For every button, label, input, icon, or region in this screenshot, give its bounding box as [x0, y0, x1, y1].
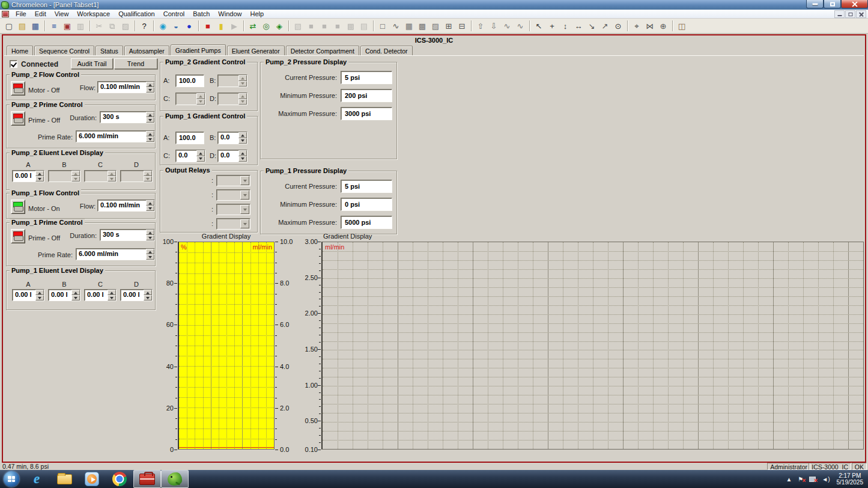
taskbar-clock[interactable]: 2:17 PM 5/19/2025 — [837, 472, 864, 486]
vial-up-icon[interactable]: ⇧ — [475, 20, 487, 32]
panel-grid-icon[interactable]: ▣ — [61, 20, 73, 32]
select-curve-icon[interactable]: ↗ — [599, 20, 611, 32]
peaks-2-icon[interactable]: ∿ — [514, 20, 526, 32]
taskbar-media-player[interactable] — [78, 470, 106, 488]
move-vertical-icon[interactable]: ↕ — [559, 20, 571, 32]
pump2-duration-spinner[interactable]: 300 s — [100, 111, 155, 123]
tab-cond-detector[interactable]: Cond. Detector — [360, 46, 413, 55]
pump1-gradient-c-spinner[interactable]: 0.0 — [175, 150, 205, 162]
mdi-close-button[interactable] — [856, 10, 866, 18]
taskbar-chrome[interactable] — [106, 470, 133, 488]
pump2-flow-spinner[interactable]: 0.100 ml/min — [97, 81, 155, 93]
pump2-motor-button[interactable] — [11, 81, 25, 96]
pump2-gradient-a-field[interactable]: 100.0 — [175, 75, 204, 87]
mdi-restore-button[interactable] — [845, 10, 855, 18]
virtual-channel-icon[interactable]: ◈ — [273, 20, 285, 32]
table-2-icon[interactable]: ⊟ — [456, 20, 468, 32]
pump1-eluent-d-spinner[interactable]: 0.00 l — [120, 289, 153, 301]
connected-checkbox[interactable] — [10, 60, 17, 68]
pump1-eluent-a-spinner[interactable]: 0.00 l — [12, 289, 44, 301]
pump2-eluent-a-spinner[interactable]: 0.00 l — [12, 170, 44, 182]
trend-button[interactable]: Trend — [114, 58, 157, 69]
sequence-list-icon[interactable]: ≡ — [48, 20, 60, 32]
tab-sequence-control[interactable]: Sequence Control — [34, 46, 94, 55]
action-center-flag-icon[interactable]: ⚑× — [798, 476, 803, 483]
menu-file[interactable]: File — [11, 10, 31, 18]
menu-control[interactable]: Control — [159, 10, 189, 18]
pump1-gradient-b-spinner[interactable]: 0.0 — [217, 132, 247, 144]
grid-2-icon[interactable]: ▩ — [416, 20, 428, 32]
pump1-prime-rate-spinner[interactable]: 6.000 ml/min — [76, 248, 155, 260]
pump1-gradient-a-field[interactable]: 100.0 — [175, 132, 204, 144]
spinner-buttons[interactable] — [35, 171, 44, 181]
menu-batch[interactable]: Batch — [189, 10, 214, 18]
pump1-eluent-b-spinner[interactable]: 0.00 l — [48, 289, 80, 301]
pin-icon[interactable]: ⌖ — [631, 20, 643, 32]
menu-window[interactable]: Window — [214, 10, 246, 18]
spinner-buttons[interactable] — [196, 150, 205, 162]
flask-icon[interactable]: ◒ — [170, 20, 182, 32]
open-folder-icon[interactable]: ▤ — [16, 20, 28, 32]
tab-autosampler[interactable]: Autosampler — [124, 46, 169, 55]
menu-help[interactable]: Help — [246, 10, 268, 18]
stop-icon[interactable]: ■ — [202, 20, 214, 32]
move-horizontal-icon[interactable]: ↔ — [572, 20, 584, 32]
show-hidden-icons-button[interactable]: ▲ — [786, 476, 792, 483]
spinner-buttons[interactable] — [146, 112, 154, 123]
zoom-icon[interactable]: ⊙ — [612, 20, 624, 32]
audit-trail-button[interactable]: Audit Trail — [71, 58, 113, 69]
pump1-eluent-c-spinner[interactable]: 0.00 l — [84, 289, 117, 301]
transfer-icon[interactable]: ⇄ — [247, 20, 259, 32]
pump1-flow-spinner[interactable]: 0.100 ml/min — [97, 200, 155, 212]
spinner-buttons[interactable] — [146, 131, 154, 142]
tab-status[interactable]: Status — [96, 46, 123, 55]
spinner-buttons[interactable] — [238, 132, 247, 144]
spinner-buttons[interactable] — [146, 249, 154, 260]
table-1-icon[interactable]: ⊞ — [443, 20, 455, 32]
taskbar-instrument-toolbox[interactable] — [133, 470, 161, 488]
grid-3-icon[interactable]: ▨ — [429, 20, 442, 32]
start-button[interactable] — [0, 470, 23, 488]
spinner-buttons[interactable] — [71, 290, 80, 300]
window-icon[interactable]: □ — [377, 20, 389, 32]
mdi-minimize-button[interactable] — [834, 10, 845, 18]
spinner-buttons[interactable] — [108, 290, 116, 300]
close-button[interactable] — [841, 0, 868, 8]
spinner-buttons[interactable] — [238, 150, 247, 162]
spinner-buttons[interactable] — [144, 290, 152, 300]
graph-icon[interactable]: ⋈ — [644, 20, 656, 32]
pump1-prime-button[interactable] — [11, 229, 25, 243]
restore-button[interactable] — [824, 0, 841, 8]
minimize-button[interactable] — [806, 0, 824, 8]
pump1-gradient-d-spinner[interactable]: 0.0 — [217, 150, 247, 162]
network-icon[interactable]: × — [809, 477, 816, 482]
search-window-icon[interactable]: ⊕ — [657, 20, 669, 32]
hold-icon[interactable]: ▮ — [215, 20, 227, 32]
menu-qualification[interactable]: Qualification — [114, 10, 159, 18]
help-pointer-icon[interactable]: ? — [138, 20, 150, 32]
new-icon[interactable]: ▢ — [3, 20, 15, 32]
spinner-buttons[interactable] — [146, 82, 154, 93]
taskbar-file-explorer[interactable] — [50, 470, 78, 488]
exit-icon[interactable]: ◫ — [676, 20, 688, 32]
pump1-duration-spinner[interactable]: 300 s — [100, 229, 155, 241]
move-icon[interactable]: + — [546, 20, 558, 32]
spinner-buttons[interactable] — [146, 200, 154, 211]
record-icon[interactable]: ● — [183, 20, 195, 32]
tab-gradient-pumps[interactable]: Gradient Pumps — [171, 44, 226, 55]
droplet-icon[interactable]: ◉ — [157, 20, 169, 32]
select-point-icon[interactable]: ↘ — [586, 20, 598, 32]
spinner-buttons[interactable] — [35, 290, 44, 300]
taskbar-chromeleon[interactable] — [161, 470, 189, 488]
pump2-prime-button[interactable] — [11, 111, 25, 126]
vial-down-icon[interactable]: ⇩ — [488, 20, 500, 32]
taskbar-internet-explorer[interactable]: e — [23, 470, 50, 488]
pump1-motor-button[interactable] — [11, 200, 25, 214]
pump2-prime-rate-spinner[interactable]: 6.000 ml/min — [76, 130, 155, 142]
menu-workspace[interactable]: Workspace — [73, 10, 114, 18]
menu-view[interactable]: View — [50, 10, 73, 18]
tab-home[interactable]: Home — [7, 46, 33, 55]
speaker-icon[interactable]: ◄) — [822, 476, 830, 483]
tab-detector-compartment[interactable]: Detector Compartment — [286, 46, 359, 55]
monitor-icon[interactable]: ◎ — [260, 20, 272, 32]
